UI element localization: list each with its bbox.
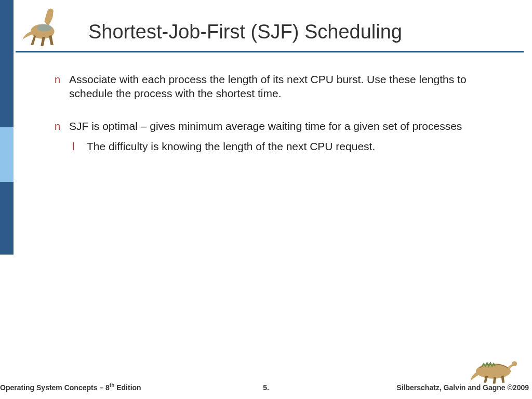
footer-right: Silberschatz, Galvin and Gagne ©2009: [396, 383, 529, 392]
svg-point-2: [37, 24, 51, 31]
content-area: n Associate with each process the length…: [55, 73, 501, 154]
bullet-marker: n: [55, 119, 69, 134]
slide: Shortest-Job-First (SJF) Scheduling n As…: [0, 0, 532, 399]
left-band-light: [0, 127, 14, 182]
slide-title: Shortest-Job-First (SJF) Scheduling: [88, 21, 514, 43]
bullet-item: n Associate with each process the length…: [55, 73, 501, 101]
bullet-text: SJF is optimal – gives minimum average w…: [69, 119, 501, 134]
dinosaur-bottom-icon: [468, 355, 523, 384]
bullet-text: Associate with each process the length o…: [69, 73, 501, 101]
title-underline: [16, 51, 524, 52]
sub-bullet-item: l The difficulty is knowing the length o…: [72, 140, 501, 154]
bullet-marker: n: [55, 73, 69, 87]
sub-bullet-marker: l: [72, 140, 87, 154]
svg-point-4: [512, 361, 517, 366]
sub-bullet-text: The difficulty is knowing the length of …: [87, 140, 501, 154]
dinosaur-top-icon: [19, 3, 68, 49]
svg-point-1: [48, 9, 54, 15]
bullet-item: n SJF is optimal – gives minimum average…: [55, 119, 501, 134]
svg-point-3: [476, 364, 511, 379]
